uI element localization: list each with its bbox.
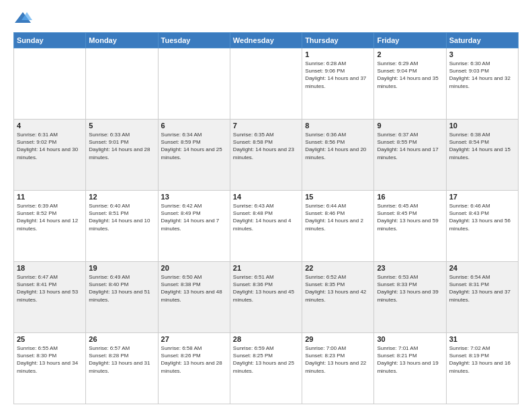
calendar-cell: 18Sunrise: 6:47 AM Sunset: 8:41 PM Dayli… [14,262,86,333]
calendar-week-row: 4Sunrise: 6:31 AM Sunset: 9:02 PM Daylig… [14,120,519,191]
calendar-day-header: Thursday [302,33,374,48]
day-number: 30 [377,335,443,343]
cell-text: Sunrise: 7:00 AM Sunset: 8:23 PM Dayligh… [305,345,371,375]
calendar-cell [158,48,230,120]
cell-text: Sunrise: 7:01 AM Sunset: 8:21 PM Dayligh… [377,345,443,375]
day-number: 15 [305,193,371,201]
cell-text: Sunrise: 6:35 AM Sunset: 8:58 PM Dayligh… [233,131,299,161]
calendar-header-row: SundayMondayTuesdayWednesdayThursdayFrid… [14,33,519,48]
calendar-cell: 6Sunrise: 6:34 AM Sunset: 8:59 PM Daylig… [158,120,230,191]
day-number: 1 [305,50,371,58]
calendar-cell: 20Sunrise: 6:50 AM Sunset: 8:38 PM Dayli… [158,262,230,333]
day-number: 23 [377,264,443,272]
calendar-day-header: Saturday [446,33,518,48]
cell-text: Sunrise: 6:33 AM Sunset: 9:01 PM Dayligh… [89,131,154,161]
calendar-cell: 15Sunrise: 6:44 AM Sunset: 8:46 PM Dayli… [302,191,374,262]
day-number: 5 [89,122,154,130]
calendar-cell: 30Sunrise: 7:01 AM Sunset: 8:21 PM Dayli… [374,333,446,404]
page: SundayMondayTuesdayWednesdayThursdayFrid… [0,0,532,411]
calendar-cell: 19Sunrise: 6:49 AM Sunset: 8:40 PM Dayli… [86,262,158,333]
cell-text: Sunrise: 6:58 AM Sunset: 8:26 PM Dayligh… [161,345,227,375]
calendar-cell: 25Sunrise: 6:55 AM Sunset: 8:30 PM Dayli… [14,333,86,404]
calendar-day-header: Friday [374,33,446,48]
day-number: 3 [449,50,515,58]
cell-text: Sunrise: 6:36 AM Sunset: 8:56 PM Dayligh… [305,131,371,161]
calendar-cell: 1Sunrise: 6:28 AM Sunset: 9:06 PM Daylig… [302,48,374,120]
header [13,11,519,26]
calendar-cell: 24Sunrise: 6:54 AM Sunset: 8:31 PM Dayli… [446,262,518,333]
calendar-week-row: 1Sunrise: 6:28 AM Sunset: 9:06 PM Daylig… [14,48,519,120]
cell-text: Sunrise: 6:29 AM Sunset: 9:04 PM Dayligh… [377,60,443,90]
cell-text: Sunrise: 6:34 AM Sunset: 8:59 PM Dayligh… [161,131,227,161]
day-number: 16 [377,193,443,201]
calendar-day-header: Monday [86,33,158,48]
day-number: 22 [305,264,371,272]
calendar-cell: 10Sunrise: 6:38 AM Sunset: 8:54 PM Dayli… [446,120,518,191]
calendar-cell: 17Sunrise: 6:46 AM Sunset: 8:43 PM Dayli… [446,191,518,262]
cell-text: Sunrise: 6:55 AM Sunset: 8:30 PM Dayligh… [17,345,83,375]
calendar-cell [230,48,302,120]
cell-text: Sunrise: 6:54 AM Sunset: 8:31 PM Dayligh… [449,273,515,304]
calendar-cell: 21Sunrise: 6:51 AM Sunset: 8:36 PM Dayli… [230,262,302,333]
day-number: 13 [161,193,227,201]
calendar-cell: 13Sunrise: 6:42 AM Sunset: 8:49 PM Dayli… [158,191,230,262]
calendar-cell: 9Sunrise: 6:37 AM Sunset: 8:55 PM Daylig… [374,120,446,191]
day-number: 12 [89,193,154,201]
calendar-cell: 23Sunrise: 6:53 AM Sunset: 8:33 PM Dayli… [374,262,446,333]
cell-text: Sunrise: 6:44 AM Sunset: 8:46 PM Dayligh… [305,202,371,232]
calendar-cell [86,48,158,120]
day-number: 7 [233,122,299,130]
calendar-day-header: Wednesday [230,33,302,48]
cell-text: Sunrise: 6:40 AM Sunset: 8:51 PM Dayligh… [89,202,154,232]
cell-text: Sunrise: 6:52 AM Sunset: 8:35 PM Dayligh… [305,273,371,304]
day-number: 27 [161,335,227,343]
cell-text: Sunrise: 6:28 AM Sunset: 9:06 PM Dayligh… [305,60,371,90]
cell-text: Sunrise: 6:49 AM Sunset: 8:40 PM Dayligh… [89,273,154,304]
calendar-cell: 7Sunrise: 6:35 AM Sunset: 8:58 PM Daylig… [230,120,302,191]
day-number: 26 [89,335,154,343]
day-number: 11 [17,193,83,201]
day-number: 18 [17,264,83,272]
cell-text: Sunrise: 6:43 AM Sunset: 8:48 PM Dayligh… [233,202,299,232]
calendar-week-row: 18Sunrise: 6:47 AM Sunset: 8:41 PM Dayli… [14,262,519,333]
calendar-cell: 2Sunrise: 6:29 AM Sunset: 9:04 PM Daylig… [374,48,446,120]
calendar-cell [14,48,86,120]
cell-text: Sunrise: 6:38 AM Sunset: 8:54 PM Dayligh… [449,131,515,161]
day-number: 19 [89,264,154,272]
cell-text: Sunrise: 6:59 AM Sunset: 8:25 PM Dayligh… [233,345,299,375]
cell-text: Sunrise: 6:37 AM Sunset: 8:55 PM Dayligh… [377,131,443,161]
day-number: 24 [449,264,515,272]
calendar-cell: 14Sunrise: 6:43 AM Sunset: 8:48 PM Dayli… [230,191,302,262]
calendar-day-header: Sunday [14,33,86,48]
day-number: 14 [233,193,299,201]
cell-text: Sunrise: 6:51 AM Sunset: 8:36 PM Dayligh… [233,273,299,304]
logo-icon [13,11,32,26]
calendar-cell: 12Sunrise: 6:40 AM Sunset: 8:51 PM Dayli… [86,191,158,262]
calendar-week-row: 11Sunrise: 6:39 AM Sunset: 8:52 PM Dayli… [14,191,519,262]
calendar-cell: 16Sunrise: 6:45 AM Sunset: 8:45 PM Dayli… [374,191,446,262]
calendar-cell: 4Sunrise: 6:31 AM Sunset: 9:02 PM Daylig… [14,120,86,191]
calendar-cell: 26Sunrise: 6:57 AM Sunset: 8:28 PM Dayli… [86,333,158,404]
calendar-cell: 8Sunrise: 6:36 AM Sunset: 8:56 PM Daylig… [302,120,374,191]
calendar-cell: 31Sunrise: 7:02 AM Sunset: 8:19 PM Dayli… [446,333,518,404]
cell-text: Sunrise: 6:39 AM Sunset: 8:52 PM Dayligh… [17,202,83,232]
cell-text: Sunrise: 6:57 AM Sunset: 8:28 PM Dayligh… [89,345,154,375]
day-number: 9 [377,122,443,130]
day-number: 6 [161,122,227,130]
calendar-week-row: 25Sunrise: 6:55 AM Sunset: 8:30 PM Dayli… [14,333,519,404]
cell-text: Sunrise: 6:53 AM Sunset: 8:33 PM Dayligh… [377,273,443,304]
cell-text: Sunrise: 6:47 AM Sunset: 8:41 PM Dayligh… [17,273,83,304]
day-number: 31 [449,335,515,343]
calendar-cell: 11Sunrise: 6:39 AM Sunset: 8:52 PM Dayli… [14,191,86,262]
calendar-day-header: Tuesday [158,33,230,48]
cell-text: Sunrise: 6:45 AM Sunset: 8:45 PM Dayligh… [377,202,443,232]
calendar-cell: 27Sunrise: 6:58 AM Sunset: 8:26 PM Dayli… [158,333,230,404]
cell-text: Sunrise: 6:46 AM Sunset: 8:43 PM Dayligh… [449,202,515,232]
day-number: 2 [377,50,443,58]
day-number: 8 [305,122,371,130]
calendar-cell: 28Sunrise: 6:59 AM Sunset: 8:25 PM Dayli… [230,333,302,404]
day-number: 21 [233,264,299,272]
cell-text: Sunrise: 6:42 AM Sunset: 8:49 PM Dayligh… [161,202,227,232]
day-number: 29 [305,335,371,343]
calendar-cell: 3Sunrise: 6:30 AM Sunset: 9:03 PM Daylig… [446,48,518,120]
